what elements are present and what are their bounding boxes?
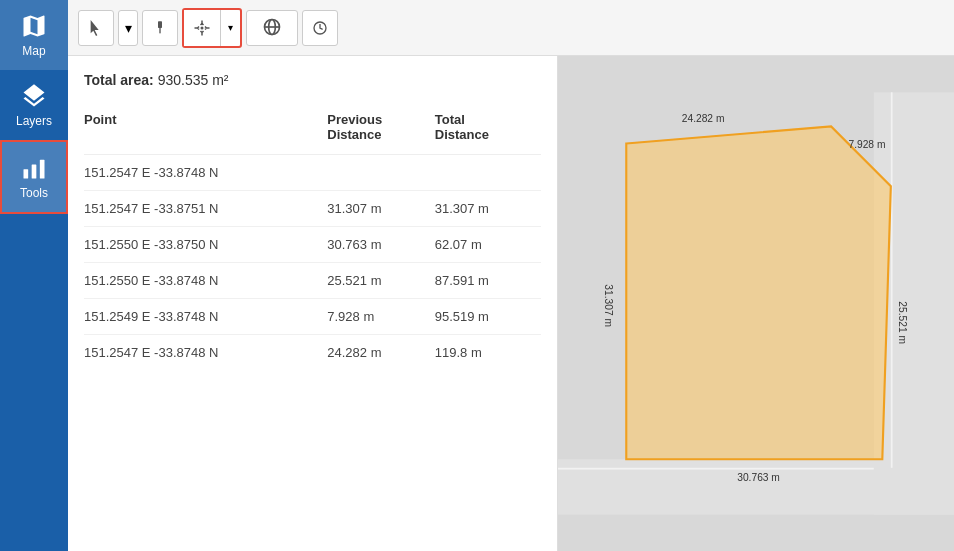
layers-icon — [20, 82, 48, 110]
svg-rect-4 — [159, 28, 160, 33]
select-button[interactable] — [78, 10, 114, 46]
cell-prev-dist: 31.307 m — [327, 191, 434, 227]
sidebar-item-layers[interactable]: Layers — [0, 70, 68, 140]
svg-text:31.307 m: 31.307 m — [603, 284, 614, 327]
cell-point: 151.2550 E -33.8748 N — [84, 263, 327, 299]
svg-rect-2 — [40, 160, 45, 179]
history-button[interactable] — [302, 10, 338, 46]
map-area[interactable]: 24.282 m 7.928 m 25.521 m 30.763 m 31.30… — [558, 56, 954, 551]
cell-prev-dist: 7.928 m — [327, 299, 434, 335]
sidebar-item-layers-label: Layers — [16, 114, 52, 128]
toolbar: ▾ ▾ — [68, 0, 954, 56]
svg-text:25.521 m: 25.521 m — [897, 301, 908, 344]
table-row: 151.2550 E -33.8748 N25.521 m87.591 m — [84, 263, 541, 299]
sidebar-item-map[interactable]: Map — [0, 0, 68, 70]
svg-text:24.282 m: 24.282 m — [682, 113, 725, 124]
cell-prev-dist — [327, 155, 434, 191]
measure-chevron-icon: ▾ — [228, 22, 233, 33]
cell-point: 151.2547 E -33.8751 N — [84, 191, 327, 227]
total-area: Total area: 930.535 m² — [84, 72, 541, 88]
cell-total-dist: 87.591 m — [435, 263, 541, 299]
measured-polygon — [626, 126, 891, 459]
split-view: Total area: 930.535 m² Point PreviousDis… — [68, 56, 954, 551]
cell-point: 151.2547 E -33.8748 N — [84, 155, 327, 191]
svg-rect-0 — [24, 169, 29, 178]
move-icon — [193, 19, 211, 37]
sidebar-item-tools-label: Tools — [20, 186, 48, 200]
main-content: ▾ ▾ — [68, 0, 954, 551]
svg-text:7.928 m: 7.928 m — [848, 139, 885, 150]
cell-total-dist: 62.07 m — [435, 227, 541, 263]
cell-total-dist: 95.519 m — [435, 299, 541, 335]
map-icon — [20, 12, 48, 40]
measure-dropdown-button[interactable]: ▾ — [220, 10, 240, 46]
cell-point: 151.2547 E -33.8748 N — [84, 335, 327, 371]
table-row: 151.2550 E -33.8750 N30.763 m62.07 m — [84, 227, 541, 263]
table-row: 151.2547 E -33.8751 N31.307 m31.307 m — [84, 191, 541, 227]
map-svg: 24.282 m 7.928 m 25.521 m 30.763 m 31.30… — [558, 56, 954, 551]
svg-text:30.763 m: 30.763 m — [737, 472, 780, 483]
svg-rect-1 — [32, 165, 37, 179]
cursor-icon — [88, 20, 104, 36]
total-area-value: 930.535 m² — [158, 72, 229, 88]
table-row: 151.2547 E -33.8748 N — [84, 155, 541, 191]
sidebar: Map Layers Tools — [0, 0, 68, 551]
cell-total-dist — [435, 155, 541, 191]
total-area-label: Total area: — [84, 72, 154, 88]
cell-total-dist: 31.307 m — [435, 191, 541, 227]
cell-point: 151.2549 E -33.8748 N — [84, 299, 327, 335]
clock-icon — [312, 20, 328, 36]
marker-button[interactable] — [142, 10, 178, 46]
tools-icon — [20, 154, 48, 182]
col-point: Point — [84, 104, 327, 155]
sidebar-item-tools[interactable]: Tools — [0, 140, 68, 214]
wms-button[interactable] — [246, 10, 298, 46]
table-row: 151.2547 E -33.8748 N24.282 m119.8 m — [84, 335, 541, 371]
measure-tool-group: ▾ — [182, 8, 242, 48]
svg-rect-13 — [891, 92, 893, 468]
sidebar-item-map-label: Map — [22, 44, 45, 58]
cell-point: 151.2550 E -33.8750 N — [84, 227, 327, 263]
col-total-dist: TotalDistance — [435, 104, 541, 155]
chevron-down-icon: ▾ — [125, 20, 132, 36]
marker-icon — [152, 20, 168, 36]
cell-prev-dist: 30.763 m — [327, 227, 434, 263]
measure-button[interactable] — [184, 10, 220, 46]
data-panel: Total area: 930.535 m² Point PreviousDis… — [68, 56, 558, 551]
cell-prev-dist: 24.282 m — [327, 335, 434, 371]
dropdown-button[interactable]: ▾ — [118, 10, 138, 46]
col-prev-dist: PreviousDistance — [327, 104, 434, 155]
svg-point-5 — [201, 26, 204, 29]
measurements-table: Point PreviousDistance TotalDistance 151… — [84, 104, 541, 370]
svg-rect-3 — [158, 21, 162, 28]
wms-icon — [262, 17, 282, 39]
cell-total-dist: 119.8 m — [435, 335, 541, 371]
cell-prev-dist: 25.521 m — [327, 263, 434, 299]
svg-rect-12 — [558, 468, 874, 470]
table-row: 151.2549 E -33.8748 N7.928 m95.519 m — [84, 299, 541, 335]
